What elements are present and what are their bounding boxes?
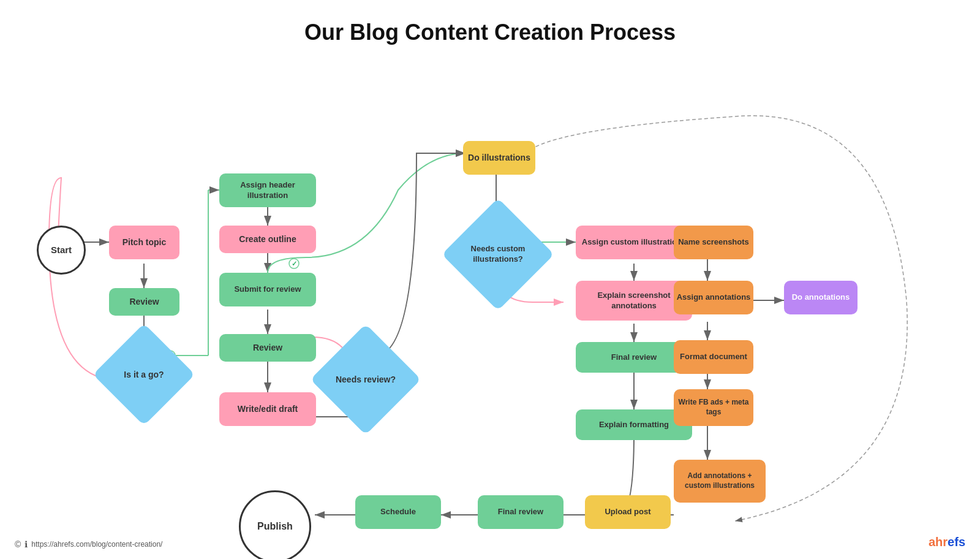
footer-brand: ahrefs (929, 535, 965, 549)
svg-point-38 (289, 259, 299, 268)
needs-custom-node: Needs custom illustrations? (442, 198, 554, 311)
final-review2-node: Final review (478, 495, 564, 529)
format-document-node: Format document (674, 340, 753, 374)
assign-annotations-node: Assign annotations (674, 281, 753, 314)
review2-node: Review (219, 334, 316, 362)
add-annotations-node: Add annotations + custom illustrations (674, 460, 766, 503)
create-outline-node: Create outline (219, 226, 316, 253)
do-annotations-node: Do annotations (784, 281, 858, 314)
assign-header-node: Assign header illustration (219, 173, 316, 207)
pitch-topic-node: Pitch topic (109, 226, 179, 259)
submit-review-node: Submit for review (219, 273, 316, 306)
review1-node: Review (109, 288, 179, 316)
page-title: Our Blog Content Creation Process (0, 0, 980, 45)
svg-text:✓: ✓ (292, 260, 297, 267)
do-illustrations-node: Do illustrations (463, 141, 535, 175)
upload-post-node: Upload post (585, 495, 671, 529)
publish-node: Publish (239, 490, 311, 559)
name-screenshots-node: Name screenshots (674, 226, 753, 259)
schedule-node: Schedule (355, 495, 441, 529)
footer-url: © ℹ https://ahrefs.com/blog/content-crea… (15, 539, 162, 549)
start-node: Start (37, 226, 86, 275)
needs-review-node: Needs review? (310, 324, 421, 435)
is-it-a-go-node: Is it a go? (93, 324, 195, 426)
write-edit-node: Write/edit draft (219, 392, 316, 426)
write-fb-node: Write FB ads + meta tags (674, 389, 753, 426)
